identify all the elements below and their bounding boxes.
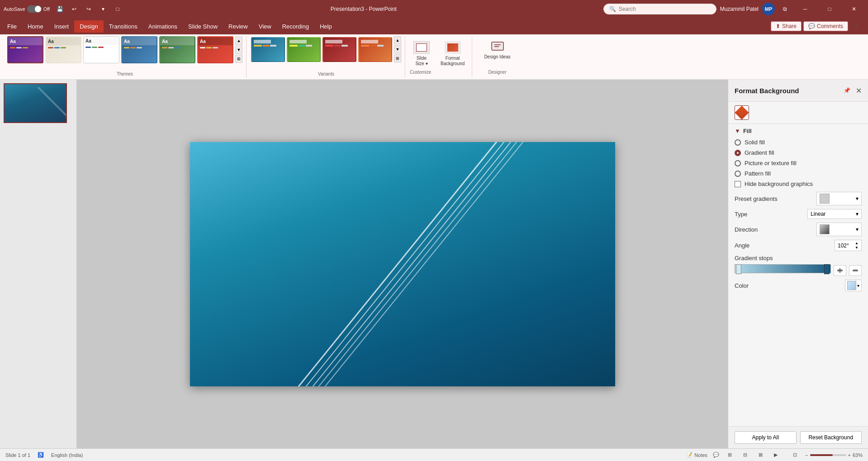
- color-picker[interactable]: ▾: [845, 280, 862, 291]
- search-input[interactable]: [619, 6, 709, 12]
- variants-scroll-more[interactable]: ⊞: [394, 54, 401, 62]
- fill-header[interactable]: ▼ Fill: [735, 128, 862, 134]
- comments-status-button[interactable]: 💬: [713, 452, 719, 458]
- variant-3[interactable]: [323, 37, 356, 62]
- angle-label: Angle: [735, 242, 749, 249]
- menu-review[interactable]: Review: [223, 20, 253, 33]
- notes-button[interactable]: 📝 Notes: [686, 452, 707, 458]
- normal-view-button[interactable]: ⊞: [725, 450, 735, 460]
- direction-dropdown[interactable]: ▾: [816, 223, 862, 236]
- themes-scroll-up[interactable]: ▲: [235, 37, 242, 45]
- direction-preview: [820, 224, 830, 234]
- undo-button[interactable]: ↩: [68, 3, 81, 15]
- pattern-fill-radio[interactable]: [735, 171, 741, 177]
- angle-up-button[interactable]: ▲: [855, 241, 859, 245]
- color-row: Color ▾: [735, 280, 862, 291]
- slide-size-button[interactable]: SlideSize ▾: [410, 39, 433, 68]
- menu-recording[interactable]: Recording: [277, 20, 314, 33]
- close-button[interactable]: ✕: [844, 0, 864, 18]
- menu-insert[interactable]: Insert: [49, 20, 75, 33]
- gradient-fill-option[interactable]: Gradient fill: [735, 149, 862, 156]
- theme-5[interactable]: Aa: [159, 36, 195, 63]
- save-button[interactable]: 💾: [53, 3, 66, 15]
- menu-file[interactable]: File: [2, 20, 22, 33]
- theme-2[interactable]: Aa: [45, 36, 81, 63]
- menu-home[interactable]: Home: [22, 20, 49, 33]
- fill-icon[interactable]: [735, 105, 749, 120]
- preset-gradients-dropdown[interactable]: ▾: [816, 192, 862, 205]
- share-button[interactable]: ⬆Share: [771, 21, 802, 31]
- menu-design[interactable]: Design: [74, 20, 103, 33]
- slide-sorter-button[interactable]: ⊟: [740, 450, 750, 460]
- autosave-toggle[interactable]: [27, 5, 42, 13]
- zoom-out-button[interactable]: −: [805, 452, 808, 458]
- comments-button[interactable]: 💬Comments: [803, 21, 848, 31]
- picture-texture-option[interactable]: Picture or texture fill: [735, 160, 862, 166]
- gradient-fill-radio[interactable]: [735, 150, 741, 156]
- variant-2[interactable]: [287, 37, 321, 62]
- menu-slideshow[interactable]: Slide Show: [183, 20, 223, 33]
- accessibility-icon[interactable]: ♿: [38, 452, 44, 458]
- customize-label: Customize: [410, 70, 468, 76]
- ribbon-collapse-button[interactable]: ∧: [850, 20, 863, 33]
- preset-gradients-row: Preset gradients ▾: [735, 192, 862, 205]
- zoom-in-button[interactable]: +: [848, 452, 851, 458]
- redo-button[interactable]: ↪: [82, 3, 95, 15]
- restore-button[interactable]: ⧉: [778, 3, 791, 15]
- panel-pin-button[interactable]: 📌: [840, 84, 853, 97]
- search-box[interactable]: 🔍: [603, 4, 716, 14]
- themes-scroll-down[interactable]: ▼: [235, 46, 242, 54]
- format-background-ribbon-button[interactable]: FormatBackground: [437, 39, 468, 68]
- theme-6[interactable]: Aa: [197, 36, 233, 63]
- zoom-slider[interactable]: [810, 454, 846, 456]
- picture-texture-radio[interactable]: [735, 160, 741, 166]
- themes-scroll[interactable]: ▲ ▼ ⊞: [235, 37, 242, 63]
- menu-view[interactable]: View: [253, 20, 277, 33]
- panel-close-button[interactable]: ✕: [856, 86, 862, 95]
- menu-animations[interactable]: Animations: [143, 20, 183, 33]
- menu-transitions[interactable]: Transitions: [104, 20, 143, 33]
- maximize-button[interactable]: □: [819, 0, 840, 18]
- menu-help[interactable]: Help: [314, 20, 337, 33]
- theme-4[interactable]: Aa: [121, 36, 157, 63]
- hide-bg-checkbox[interactable]: [735, 181, 741, 187]
- slide-thumbnail-1[interactable]: 1: [4, 83, 73, 123]
- slideshow-view-button[interactable]: ▶: [771, 450, 781, 460]
- autosave-area: AutoSave Off: [4, 5, 50, 13]
- gradient-stop-right[interactable]: [824, 264, 830, 274]
- fit-slide-button[interactable]: ⊡: [790, 450, 800, 460]
- theme-1[interactable]: Aa: [7, 36, 43, 63]
- type-dropdown[interactable]: Linear ▾: [807, 209, 862, 219]
- slide-canvas[interactable]: [190, 142, 615, 386]
- variants-scroll[interactable]: ▲ ▼ ⊞: [394, 36, 401, 62]
- variant-4[interactable]: [358, 37, 392, 62]
- minimize-button[interactable]: ─: [795, 0, 816, 18]
- gradient-bar[interactable]: [735, 264, 831, 273]
- quickaccess-button[interactable]: ▾: [97, 3, 109, 15]
- angle-down-button[interactable]: ▼: [855, 246, 859, 250]
- pattern-fill-option[interactable]: Pattern fill: [735, 170, 862, 177]
- variants-section: ▲ ▼ ⊞ Variants: [247, 36, 405, 77]
- slide-info: Slide 1 of 1: [5, 452, 30, 458]
- reset-background-button[interactable]: Reset Background: [800, 431, 862, 444]
- theme-3[interactable]: Aa: [83, 36, 119, 63]
- themes-scroll-more[interactable]: ⊞: [235, 55, 242, 63]
- apply-to-all-button[interactable]: Apply to All: [735, 431, 797, 444]
- preset-gradients-label: Preset gradients: [735, 195, 778, 202]
- angle-input[interactable]: 102° ▲ ▼: [835, 240, 862, 251]
- canvas-area[interactable]: [77, 80, 728, 448]
- present-button[interactable]: □: [111, 3, 124, 15]
- gradient-stop-left[interactable]: [736, 264, 741, 274]
- reading-view-button[interactable]: ⊠: [755, 450, 765, 460]
- ribbon: Aa Aa: [0, 34, 868, 80]
- hide-bg-graphics-option[interactable]: Hide background graphics: [735, 181, 862, 187]
- variants-scroll-down[interactable]: ▼: [394, 45, 401, 53]
- variant-1[interactable]: [251, 37, 285, 62]
- solid-fill-radio[interactable]: [735, 139, 741, 146]
- preset-gradient-preview: [820, 194, 830, 204]
- design-ideas-button[interactable]: Design Ideas: [480, 38, 514, 62]
- variants-scroll-up[interactable]: ▲: [394, 36, 401, 44]
- gradient-add-stop-button[interactable]: [834, 265, 846, 276]
- solid-fill-option[interactable]: Solid fill: [735, 139, 862, 146]
- gradient-remove-stop-button[interactable]: [849, 265, 862, 276]
